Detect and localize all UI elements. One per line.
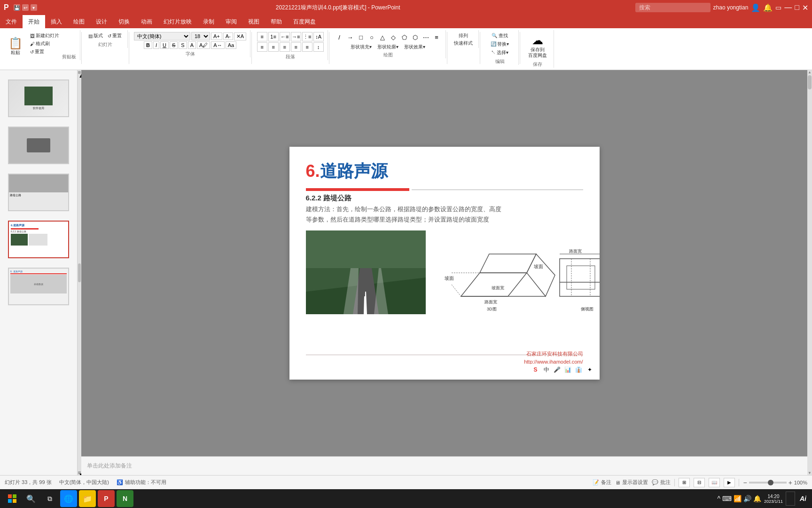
arrange-btn[interactable]: 排列 <box>457 32 470 40</box>
search-input[interactable] <box>635 3 710 12</box>
shape-line-btn[interactable]: / <box>334 32 344 42</box>
indent-decrease-btn[interactable]: ←≡ <box>280 32 290 41</box>
new-slide-btn[interactable]: 🖼新建幻灯片 <box>28 32 61 40</box>
zoom-slider[interactable] <box>749 482 787 484</box>
font-color-btn[interactable]: A <box>188 41 196 49</box>
view-presenter-btn[interactable]: ▶ <box>724 478 735 487</box>
main-scrollbar-v[interactable]: ▲ ▼ <box>807 70 812 475</box>
search-taskbar-btn[interactable]: 🔍 <box>23 490 39 507</box>
close-btn[interactable]: ✕ <box>802 3 808 12</box>
layout-btn[interactable]: ▤ 版式 <box>86 32 105 40</box>
align-right-btn[interactable]: ≡ <box>280 42 290 52</box>
font-size-select[interactable]: 18 <box>191 32 210 40</box>
slide-thumb-4[interactable]: 6.道路声源 6.2.2 路堤公路 <box>8 221 69 258</box>
font-family-select[interactable]: 中文(簡体) <box>134 32 190 40</box>
notifications-icon[interactable]: 🔔 <box>763 3 773 12</box>
task-view-btn[interactable]: ⧉ <box>41 490 58 507</box>
scroll-v-up[interactable]: ▲ <box>808 70 812 74</box>
slide-canvas[interactable]: 6. 道路声源 6.2.2 路堤公路 建模方法：首先，绘制一条公路，根据路堤的参… <box>289 147 600 380</box>
accessibility-status[interactable]: ♿ 辅助功能：不可用 <box>117 479 166 486</box>
explorer-app-btn[interactable]: 📁 <box>79 490 96 507</box>
display-settings-btn[interactable]: 🖥 显示器设置 <box>615 479 648 486</box>
chart-icon[interactable]: 📊 <box>563 365 573 374</box>
view-normal-btn[interactable]: ⊞ <box>679 478 690 487</box>
align-center-btn[interactable]: ≡ <box>268 42 279 52</box>
tab-record[interactable]: 录制 <box>197 15 220 28</box>
highlight-btn[interactable]: A🖊 <box>197 41 210 49</box>
view-slide-sorter-btn[interactable]: ⊟ <box>694 478 705 487</box>
tab-home[interactable]: 开始 <box>23 15 45 28</box>
strikethrough-btn[interactable]: S <box>170 41 178 49</box>
numbered-list-btn[interactable]: 1≡ <box>268 32 279 41</box>
align-left-btn[interactable]: ≡ <box>257 42 267 52</box>
char-spacing-btn[interactable]: A↔ <box>211 41 224 49</box>
notification-icon[interactable]: 🔔 <box>753 495 761 502</box>
save-baidu-btn[interactable]: ☁ 保存到百度网盘 <box>526 32 549 60</box>
notes-btn[interactable]: 📝 备注 <box>593 479 611 486</box>
tab-view[interactable]: 视图 <box>242 15 265 28</box>
sidebar-scroll-thumb[interactable] <box>78 263 81 282</box>
powerpoint-app-btn[interactable]: P <box>98 490 115 507</box>
tab-animations[interactable]: 动画 <box>135 15 158 28</box>
shape-outline-btn[interactable]: 形状轮廓▾ <box>375 43 400 51</box>
slide-thumb-5[interactable]: 6. 道路声源 表格数据 <box>8 268 69 305</box>
bullet-list-btn[interactable]: ≡ <box>257 32 267 41</box>
columns-btn[interactable]: ⋮≡ <box>302 32 312 41</box>
slide-thumb-3[interactable]: 路堤公路 <box>8 174 69 211</box>
notes-area[interactable]: 单击此处添加备注 <box>81 456 807 475</box>
shape-pentagon-btn[interactable]: ⬠ <box>399 32 409 42</box>
shape-fill-btn[interactable]: 形状填充▾ <box>349 43 374 51</box>
undo-btn[interactable]: ↩ <box>22 4 29 11</box>
tab-file[interactable]: 文件 <box>0 15 23 28</box>
ribbon-toggle-icon[interactable]: ▭ <box>775 4 781 11</box>
shape-rect-btn[interactable]: □ <box>356 32 366 42</box>
reset-slide-btn[interactable]: ↺重置 <box>28 48 61 56</box>
font-decrease-btn[interactable]: A- <box>223 32 233 40</box>
shape-circle-btn[interactable]: ○ <box>367 32 377 42</box>
tab-review[interactable]: 审阅 <box>220 15 242 28</box>
scroll-v-down[interactable]: ▼ <box>808 471 812 475</box>
volume-icon[interactable]: 🔊 <box>743 495 751 502</box>
select-btn[interactable]: ↖ 选择▾ <box>489 49 511 56</box>
tab-insert[interactable]: 插入 <box>45 15 68 28</box>
indent-increase-btn[interactable]: →≡ <box>291 32 301 41</box>
zoom-in-btn[interactable]: + <box>789 479 792 486</box>
network-icon[interactable]: 📶 <box>734 495 742 502</box>
edge-app-btn[interactable]: 🌐 <box>60 490 77 507</box>
format-painter-btn[interactable]: 🖌格式刷 <box>28 40 61 48</box>
comments-btn[interactable]: 💬 批注 <box>652 479 671 486</box>
sidebar-scroll-down[interactable]: ▼ <box>78 471 81 474</box>
shape-more-btn[interactable]: ⋯ <box>421 32 431 42</box>
restore-btn[interactable]: □ <box>795 3 799 12</box>
tab-slideshow[interactable]: 幻灯片放映 <box>158 15 197 28</box>
reset-btn[interactable]: ↺ 重置 <box>106 32 124 40</box>
shape-hex-btn[interactable]: ⬡ <box>410 32 420 42</box>
quick-style-btn[interactable]: 快速样式 <box>452 40 475 47</box>
zoom-out-btn[interactable]: − <box>743 479 747 486</box>
align-distribute-btn[interactable]: ≡ <box>302 42 312 52</box>
minimize-btn[interactable]: — <box>784 3 792 12</box>
shape-diamond-btn[interactable]: ◇ <box>388 32 398 42</box>
case-btn[interactable]: Aa <box>226 41 236 49</box>
clear-format-btn[interactable]: ✕A <box>234 32 246 40</box>
font-increase-btn[interactable]: A+ <box>211 32 222 40</box>
sparkle-icon[interactable]: ✦ <box>585 365 594 374</box>
tab-design[interactable]: 设计 <box>90 15 113 28</box>
italic-btn[interactable]: I <box>153 41 159 49</box>
tab-help[interactable]: 帮助 <box>265 15 288 28</box>
find-btn[interactable]: 🔍 查找 <box>490 32 510 40</box>
align-justify-btn[interactable]: ≡ <box>291 42 301 52</box>
slide-thumb-1[interactable]: 软件使用 <box>8 79 69 117</box>
shape-effect-btn[interactable]: 形状效果▾ <box>402 43 427 51</box>
line-spacing-btn[interactable]: ↕ <box>313 42 324 52</box>
show-desktop-btn[interactable] <box>786 492 795 506</box>
paste-btn[interactable]: 📋 粘贴 <box>4 32 27 60</box>
replace-btn[interactable]: 🔄 替换▾ <box>489 40 511 48</box>
chinese-icon[interactable]: 中 <box>542 365 551 374</box>
tab-transitions[interactable]: 切换 <box>113 15 135 28</box>
scroll-v-thumb[interactable] <box>808 75 812 89</box>
view-reading-btn[interactable]: 📖 <box>709 478 720 487</box>
keyboard-icon[interactable]: ⌨ <box>722 495 732 502</box>
shape-arrow-btn[interactable]: → <box>345 32 355 42</box>
quick-save-btn[interactable]: 💾 <box>14 4 20 11</box>
